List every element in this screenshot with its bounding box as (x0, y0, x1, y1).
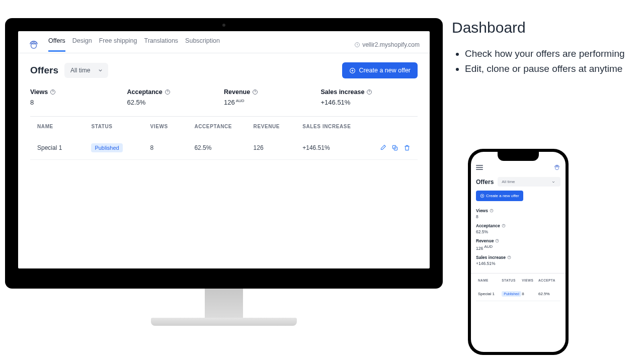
help-icon[interactable] (366, 89, 372, 95)
help-icon[interactable] (495, 239, 499, 243)
page-title: Offers (476, 178, 494, 186)
row-views: 8 (150, 144, 195, 151)
hamburger-icon[interactable] (476, 165, 483, 170)
help-icon[interactable] (490, 209, 494, 213)
row-name: Special 1 (37, 144, 91, 151)
bullet-2: Edit, clone or pause offers at anytime (465, 61, 638, 76)
table-row: Special 1 Published 8 62.5% (476, 287, 560, 301)
help-icon[interactable] (50, 89, 56, 95)
help-icon[interactable] (165, 89, 171, 95)
time-filter-select[interactable]: All time (498, 177, 560, 187)
marketing-copy: Dashboard Check how your offers are perf… (452, 19, 638, 77)
acceptance-value: 62.5% (127, 99, 224, 106)
status-badge: Published (502, 291, 521, 297)
table-row: Special 1 Published 8 62.5% 126 +146.51% (30, 136, 418, 160)
app-logo (28, 39, 39, 50)
row-sales-increase: +146.51% (302, 144, 366, 151)
help-icon[interactable] (502, 224, 506, 228)
revenue-value: 126AUD (224, 99, 321, 106)
clone-icon[interactable] (391, 144, 398, 151)
chevron-down-icon (98, 68, 103, 73)
top-nav: Offers Design Free shipping Translations… (18, 31, 430, 53)
metrics-row: Views 8 Acceptance 62.5% Rev (30, 88, 418, 106)
bullet-1: Check how your offers are performing (465, 46, 638, 61)
nav-translations[interactable]: Translations (144, 37, 178, 52)
time-filter-select[interactable]: All time (64, 63, 108, 78)
nav-links: Offers Design Free shipping Translations… (48, 37, 220, 52)
sales-increase-value: +146.51% (321, 99, 418, 106)
phone-notch (498, 152, 539, 161)
page-header-row: Offers All time Create a new offer (30, 62, 418, 78)
sales-increase-label: Sales increase (321, 88, 365, 96)
nav-free-shipping[interactable]: Free shipping (99, 37, 137, 52)
table-header: NAME STATUS VIEWS ACCEPTA (476, 274, 560, 287)
create-offer-button[interactable]: Create a new offer (342, 62, 418, 78)
views-label: Views (30, 88, 48, 96)
phone-mockup: Offers All time Create a new offer Views… (468, 149, 569, 355)
acceptance-label: Acceptance (127, 88, 163, 96)
delete-icon[interactable] (404, 144, 411, 151)
shop-url: vellir2.myshopify.com (354, 41, 420, 48)
create-offer-button[interactable]: Create a new offer (476, 191, 523, 201)
help-icon[interactable] (252, 89, 258, 95)
page-title: Offers (30, 65, 58, 76)
help-icon[interactable] (507, 255, 511, 259)
desktop-screen: Offers Design Free shipping Translations… (18, 31, 430, 268)
app-logo (553, 164, 560, 171)
table-header: NAME STATUS VIEWS ACCEPTANCE REVENUE SAL… (30, 117, 418, 136)
nav-subscription[interactable]: Subscription (185, 37, 220, 52)
desktop-monitor: Offers Design Free shipping Translations… (5, 18, 443, 326)
row-revenue: 126 (254, 144, 303, 151)
shop-url-text: vellir2.myshopify.com (362, 41, 420, 48)
views-value: 8 (30, 99, 127, 106)
headline: Dashboard (452, 19, 638, 36)
status-badge: Published (91, 143, 122, 152)
chevron-down-icon (551, 180, 555, 184)
nav-offers[interactable]: Offers (48, 37, 65, 52)
edit-icon[interactable] (379, 144, 386, 151)
row-acceptance: 62.5% (194, 144, 253, 151)
camera-dot (222, 24, 225, 27)
revenue-label: Revenue (224, 88, 250, 96)
create-offer-label: Create a new offer (359, 67, 411, 74)
nav-design[interactable]: Design (72, 37, 92, 52)
